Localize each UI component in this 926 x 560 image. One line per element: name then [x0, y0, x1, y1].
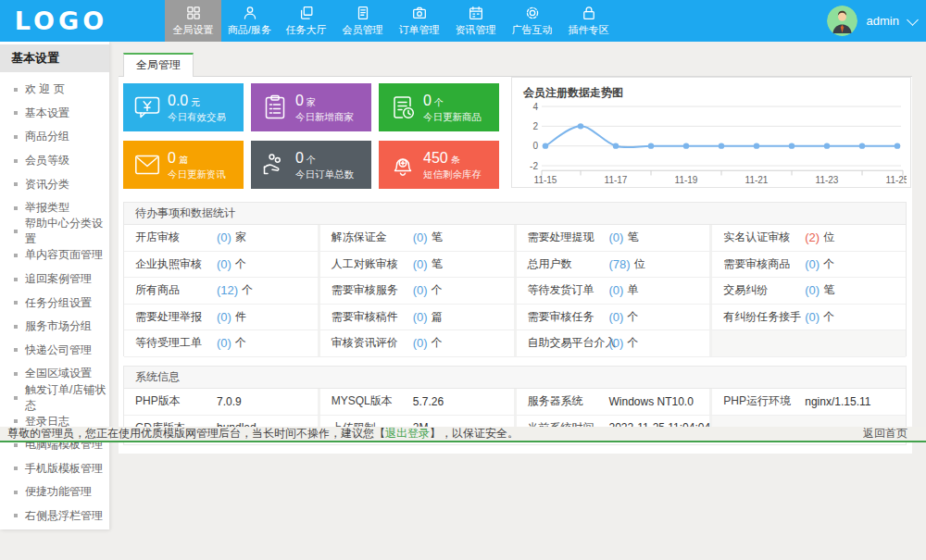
- sidebar-item-express-companies[interactable]: 快递公司管理: [0, 339, 109, 363]
- system-value: 7.0.9: [217, 389, 318, 415]
- chart-point: [613, 143, 619, 148]
- sidebar: 基本设置 欢 迎 页基本设置商品分组会员等级资讯分类举报类型帮助中心分类设置单内…: [0, 42, 109, 529]
- todo-unit: 家: [235, 230, 246, 245]
- todo-count: (0): [609, 336, 624, 350]
- notice-bar: 尊敬的管理员，您正在使用优质模版网管理后台，当长时间不操作，建议您【退出登录】，…: [0, 427, 926, 442]
- todo-unit: 笔: [432, 256, 443, 272]
- nav-item-member-management[interactable]: 会员管理: [334, 0, 391, 42]
- todo-label: 需要审核稿件: [320, 305, 413, 330]
- todo-value: (0)笔: [413, 225, 514, 251]
- sidebar-item-recover-cases[interactable]: 追回案例管理: [0, 268, 109, 292]
- x-axis-tick-label: 11-19: [675, 175, 698, 185]
- todo-unit: 个: [432, 282, 443, 298]
- sidebar-item-goods-groups[interactable]: 商品分组: [0, 125, 109, 149]
- nav-item-label: 任务大厅: [286, 23, 327, 37]
- bullet-icon: [14, 301, 18, 305]
- todo-count: (0): [805, 257, 820, 271]
- todo-row: 开店审核(0)家解冻保证金(0)笔需要处理提现(0)笔实名认证审核(2)位: [124, 225, 906, 252]
- username[interactable]: admin: [867, 14, 899, 28]
- system-value: 5.7.26: [413, 389, 514, 415]
- sidebar-item-label: 单内容页面管理: [25, 247, 103, 263]
- sidebar-item-mobile-template[interactable]: 手机版模板管理: [0, 457, 109, 481]
- sidebar-item-label: 会员等级: [25, 153, 69, 168]
- sidebar-item-label: 服务市场分组: [25, 318, 92, 334]
- stat-card-updated-news[interactable]: 0篇今日更新资讯: [123, 141, 244, 189]
- system-row: PHP版本7.0.9MYSQL版本5.7.26服务器系统Windows NT10…: [124, 389, 906, 416]
- nav-item-news-management[interactable]: 资讯管理: [447, 0, 504, 42]
- sidebar-item-right-floatbar[interactable]: 右侧悬浮栏管理: [0, 504, 109, 529]
- system-label: MYSQL版本: [320, 389, 413, 415]
- home-link[interactable]: 返回首页: [863, 427, 907, 441]
- todo-unit: 个: [235, 256, 246, 272]
- x-axis-tick-label: 11-21: [745, 175, 769, 185]
- nav-item-label: 插件专区: [569, 23, 609, 37]
- todo-value: (0)笔: [413, 252, 514, 278]
- todo-label: 有纠纷任务接手: [712, 305, 805, 330]
- user-menu[interactable]: admin: [827, 0, 917, 42]
- todo-label: 开店审核: [124, 225, 217, 251]
- sidebar-item-member-levels[interactable]: 会员等级: [0, 149, 109, 173]
- logout-link[interactable]: 退出登录: [385, 427, 430, 440]
- nav-item-task-hall[interactable]: 任务大厅: [278, 0, 334, 42]
- nav-item-global-settings[interactable]: 全局设置: [165, 0, 221, 42]
- sidebar-item-service-market-groups[interactable]: 服务市场分组: [0, 315, 109, 339]
- todo-value: (0)家: [217, 225, 318, 251]
- bullet-icon: [14, 159, 18, 163]
- todo-label: 需要审核任务: [517, 305, 609, 330]
- sidebar-item-label: 任务分组设置: [25, 295, 92, 311]
- sidebar-item-single-page-management[interactable]: 单内容页面管理: [0, 243, 109, 268]
- chart-point: [895, 143, 900, 148]
- todo-row: 需要处理举报(0)件需要审核稿件(0)篇需要审核任务(0)个有纠纷任务接手(0)…: [124, 305, 906, 331]
- stat-card-sms-stock[interactable]: 450条短信剩余库存: [379, 141, 499, 189]
- nav-item-plugin-zone[interactable]: 插件专区: [560, 0, 617, 42]
- gear-icon: [524, 5, 541, 21]
- todo-pair: [712, 330, 906, 356]
- bullet-icon: [14, 111, 18, 115]
- calendar-icon: [468, 5, 484, 21]
- todo-count: (0): [609, 283, 624, 297]
- stat-card-value: 0: [423, 93, 432, 108]
- todo-pair: 自助交易平台介入(0)个: [517, 330, 710, 356]
- sidebar-item-help-center-categories[interactable]: 帮助中心分类设置: [0, 220, 109, 244]
- system-value: Windows NT10.0: [609, 389, 710, 415]
- stat-card-value-line: 0.0元: [168, 93, 226, 108]
- todo-section-title: 待办事项和数据统计: [124, 203, 906, 225]
- todo-label: 总用户数: [517, 252, 609, 278]
- sidebar-item-label: 帮助中心分类设置: [25, 216, 109, 247]
- yuan-bubble-icon: [133, 93, 161, 121]
- sidebar-item-trigger-order-shop-status[interactable]: 触发订单/店铺状态: [0, 386, 109, 410]
- stat-card-today-trades[interactable]: 0.0元今日有效交易: [123, 83, 244, 131]
- todo-count: (78): [609, 257, 631, 271]
- bullet-icon: [14, 230, 18, 233]
- user-avatar[interactable]: [827, 6, 857, 36]
- sidebar-item-news-categories[interactable]: 资讯分类: [0, 172, 109, 196]
- todo-label: 实名认证审核: [712, 225, 805, 251]
- sidebar-item-welcome[interactable]: 欢 迎 页: [0, 78, 109, 102]
- sidebar-item-label: 欢 迎 页: [25, 81, 65, 97]
- stat-card-value-line: 0个: [295, 151, 354, 166]
- topbar: LOGO 全局设置商品/服务任务大厅会员管理订单管理资讯管理广告互动插件专区 a…: [0, 0, 926, 42]
- tab-global-management[interactable]: 全局管理: [123, 53, 194, 77]
- bullet-icon: [14, 372, 18, 376]
- stat-card-today-orders[interactable]: 0个今日订单总数: [251, 141, 371, 189]
- nav-item-goods-services[interactable]: 商品/服务: [221, 0, 278, 42]
- sidebar-item-quick-functions[interactable]: 便捷功能管理: [0, 480, 109, 504]
- todo-unit: 位: [823, 230, 834, 245]
- sidebar-item-task-groups[interactable]: 任务分组设置: [0, 291, 109, 315]
- sidebar-item-label: 右侧悬浮栏管理: [25, 508, 103, 524]
- nav-item-ad-interaction[interactable]: 广告互动: [504, 0, 560, 42]
- todo-unit: 笔: [823, 282, 834, 298]
- todo-label: 需要审核服务: [320, 278, 413, 304]
- todo-value: (0)个: [609, 305, 710, 330]
- todo-value: (0)单: [609, 278, 710, 304]
- todo-value: (2)位: [805, 225, 906, 251]
- stat-card-updated-goods[interactable]: 0个今日更新商品: [379, 83, 499, 131]
- stat-card-unit: 家: [307, 98, 316, 107]
- nav-item-order-management[interactable]: 订单管理: [391, 0, 447, 42]
- sidebar-item-basic-settings[interactable]: 基本设置: [0, 102, 109, 126]
- todo-count: (0): [413, 283, 428, 297]
- todo-unit: 单: [627, 282, 638, 298]
- todo-pair: 解冻保证金(0)笔: [320, 225, 514, 251]
- todo-count: (2): [805, 230, 820, 244]
- stat-card-new-merchants[interactable]: 0家今日新增商家: [251, 83, 371, 131]
